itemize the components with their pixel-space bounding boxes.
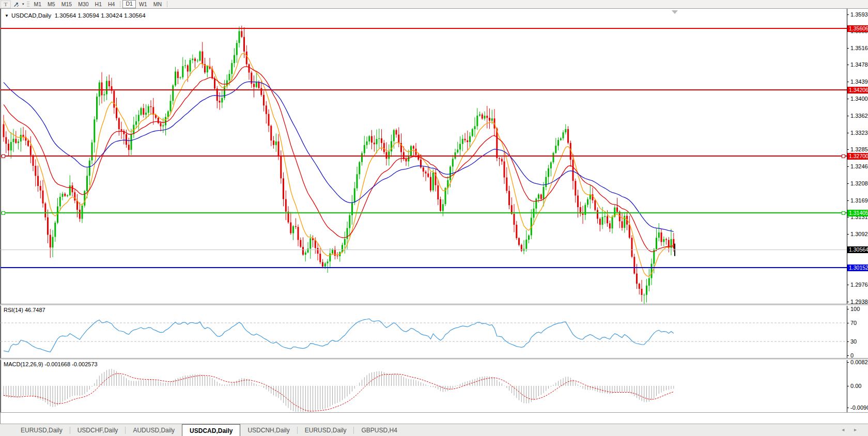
price-tick-mark xyxy=(847,116,849,116)
timeframe-button-m1[interactable]: M1 xyxy=(31,1,45,8)
macd-tick-mark xyxy=(847,362,849,363)
rsi-panel[interactable] xyxy=(1,305,868,358)
chart-title: ▼USDCAD,Daily 1.30564 1.30594 1.30424 1.… xyxy=(5,12,146,19)
price-tick-mark xyxy=(847,65,849,65)
timeframe-button-h1[interactable]: H1 xyxy=(92,1,105,8)
price-tick-mark xyxy=(847,166,849,167)
timeframe-button-m30[interactable]: M30 xyxy=(75,1,91,8)
horizontal-line-1.327[interactable] xyxy=(1,155,847,157)
line-marker[interactable] xyxy=(842,211,845,215)
price-tick-mark xyxy=(847,285,849,285)
tools-dropdown-caret[interactable]: ▾ xyxy=(22,2,24,6)
rsi-tick-mark xyxy=(847,341,849,342)
rsi-tick-mark xyxy=(847,309,849,309)
tab-scroll-arrows[interactable]: ◂ ▸ xyxy=(842,427,861,432)
price-tick-label: 1.31690 xyxy=(850,198,868,204)
text-tool-icon[interactable]: T xyxy=(1,1,11,8)
tab-eurusd-daily[interactable]: EURUSD,Daily xyxy=(298,424,354,436)
price-tick-mark xyxy=(847,82,849,82)
price-tick-mark xyxy=(847,14,849,15)
rsi-tick-label: 70 xyxy=(850,320,857,326)
toolbar: T ▾ M1M5M15M30H1H4D1W1MN xyxy=(0,0,868,9)
price-tick-label: 1.34000 xyxy=(850,96,868,102)
tab-usdcad-daily[interactable]: USDCAD,Daily xyxy=(182,424,240,436)
rsi-tick-mark xyxy=(847,323,849,323)
chart-shift-marker[interactable] xyxy=(672,10,678,14)
timeframe-button-h4[interactable]: H4 xyxy=(105,1,118,8)
price-tick-mark xyxy=(847,200,849,201)
horizontal-line-1.35606[interactable] xyxy=(1,28,847,29)
chart-symbol-period: USDCAD,Daily xyxy=(11,12,51,19)
price-flag-1.30152: 1.30152 xyxy=(847,264,868,271)
macd-tick-mark xyxy=(847,408,849,408)
line-marker[interactable] xyxy=(2,154,5,158)
price-tick-mark xyxy=(847,234,849,235)
timeframe-button-m15[interactable]: M15 xyxy=(58,1,75,8)
price-tick-label: 1.32080 xyxy=(850,181,868,186)
panel-separator[interactable] xyxy=(1,304,868,306)
rsi-line[interactable] xyxy=(4,319,674,352)
macd-histogram xyxy=(4,369,674,412)
line-marker[interactable] xyxy=(2,211,5,215)
price-tick-label: 1.33230 xyxy=(850,130,868,136)
ohlc-close: 1.30564 xyxy=(124,12,146,19)
horizontal-line-1.34206[interactable] xyxy=(1,89,847,90)
price-tick-label: 1.32460 xyxy=(850,164,868,169)
price-flag-1.31405: 1.31405 xyxy=(847,210,868,216)
down-candle-bodies xyxy=(3,31,675,295)
rsi-tick-label: 30 xyxy=(850,339,857,345)
macd-tick-mark xyxy=(847,386,849,386)
toolbar-grip[interactable] xyxy=(27,2,29,7)
price-tick-label: 1.35160 xyxy=(850,45,868,51)
price-tick-label: 1.34390 xyxy=(850,79,868,85)
price-flag-1.32700: 1.32700 xyxy=(847,153,868,160)
price-tick-label: 1.33620 xyxy=(850,113,868,119)
ohlc-open: 1.30564 xyxy=(55,12,76,19)
price-flag-1.30564: 1.30564 xyxy=(847,246,868,253)
tab-usdcnh-daily[interactable]: USDCNH,Daily xyxy=(240,424,297,436)
horizontal-line-1.30564[interactable] xyxy=(1,250,847,250)
chart-window[interactable]: ▼USDCAD,Daily 1.30564 1.30594 1.30424 1.… xyxy=(0,9,868,436)
macd-tick-label: -0.00906 xyxy=(850,405,868,411)
panel-separator[interactable] xyxy=(1,358,868,360)
price-flag-1.34206: 1.34206 xyxy=(847,87,868,94)
macd-tick-label: 0.00 xyxy=(850,383,861,389)
timeframe-button-m5[interactable]: M5 xyxy=(44,1,58,8)
rsi-label: RSI(14) 46.7487 xyxy=(4,307,45,313)
timeframe-button-d1[interactable]: D1 xyxy=(122,0,135,8)
timeframe-button-mn[interactable]: MN xyxy=(150,1,165,8)
price-tick-mark xyxy=(847,133,849,133)
price-tick-mark xyxy=(847,48,849,49)
macd-label: MACD(12,26,9) -0.001668 -0.002573 xyxy=(4,361,98,367)
macd-panel[interactable] xyxy=(1,360,868,412)
tab-gbpusd-h4[interactable]: GBPUSD,H4 xyxy=(354,424,404,436)
tab-audusd-daily[interactable]: AUDUSD,Daily xyxy=(126,424,182,436)
price-flag-1.35606: 1.35606 xyxy=(847,25,868,32)
tabbar-left-padding xyxy=(0,424,13,436)
price-tick-label: 1.32850 xyxy=(850,147,868,152)
ohlc-low: 1.30424 xyxy=(101,12,122,19)
tab-eurusd-daily[interactable]: EURUSD,Daily xyxy=(13,424,70,436)
ohlc-high: 1.30594 xyxy=(78,12,99,19)
price-tick-mark xyxy=(847,217,849,217)
tab-usdchf-daily[interactable]: USDCHF,Daily xyxy=(70,424,126,436)
price-tick-label: 1.34780 xyxy=(850,62,868,68)
horizontal-line-1.30152[interactable] xyxy=(1,267,847,268)
drawing-tools-icon[interactable] xyxy=(12,1,21,8)
price-tick-mark xyxy=(847,183,849,184)
timeframe-button-w1[interactable]: W1 xyxy=(136,1,150,8)
price-tick-label: 1.35930 xyxy=(850,12,868,18)
chart-menu-caret[interactable]: ▼ xyxy=(5,13,9,18)
toolbar-separator xyxy=(167,1,167,7)
price-tick-label: 1.30920 xyxy=(850,231,868,237)
toolbar-separator xyxy=(120,1,120,7)
line-marker[interactable] xyxy=(842,154,845,158)
timeframe-toolbar: M1M5M15M30H1H4D1W1MN xyxy=(31,0,169,8)
chart-tab-bar: EURUSD,DailyUSDCHF,DailyAUDUSD,DailyUSDC… xyxy=(0,424,868,436)
up-candle-wicks xyxy=(11,26,671,304)
panel-separator xyxy=(1,412,868,413)
rsi-tick-mark xyxy=(847,355,849,356)
price-tick-label: 1.29760 xyxy=(850,282,868,288)
horizontal-line-1.31405[interactable] xyxy=(1,212,847,213)
macd-tick-label: 0.008214 xyxy=(850,360,868,365)
